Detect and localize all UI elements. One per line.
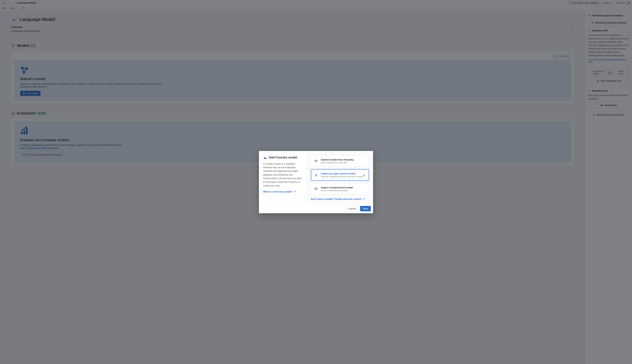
check-icon [362,173,366,176]
package-icon [314,187,318,191]
create-from-scratch-link[interactable]: Don't have a model? Create one from scra… [311,198,369,200]
option-title: Import containerized model [321,186,353,189]
modal-overlay[interactable]: Add Foundry model A Foundry model is a s… [0,0,632,364]
option-submit-from-foundry[interactable]: Submit model from Foundry Add a model fr… [311,156,369,166]
next-button[interactable]: Next [360,206,371,211]
modal-description: A Foundry model is a standard interface … [263,162,302,188]
option-import-open-source[interactable]: Import an open source model Browse model… [311,169,369,181]
cancel-button[interactable]: Cancel [345,206,359,211]
external-link-icon [363,198,365,200]
modal-title: Add Foundry model [269,156,297,159]
option-subtitle: Push a containerized model [321,189,353,192]
option-import-containerized[interactable]: Import containerized model Push a contai… [311,183,369,194]
cloud-upload-icon [314,159,318,163]
external-link-icon [294,191,296,193]
foundry-model-icon [263,156,267,160]
option-title: Import an open source model [321,172,364,175]
what-is-foundry-model-link[interactable]: What is a Foundry model? [263,190,296,193]
download-icon [314,173,318,177]
option-subtitle: Browse models and import one into Foundr… [321,176,364,178]
add-foundry-model-dialog: Add Foundry model A Foundry model is a s… [259,151,373,213]
option-subtitle: Add a model from your files [321,162,354,164]
option-title: Submit model from Foundry [321,158,354,161]
svg-rect-26 [315,188,317,190]
